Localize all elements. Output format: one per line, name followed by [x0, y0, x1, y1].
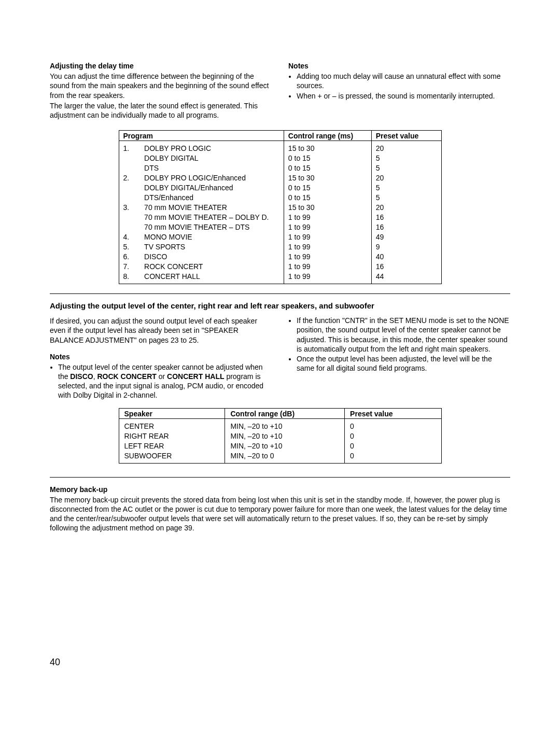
table-row: 2.DOLBY PRO LOGIC/Enhanced15 to 3020 [119, 173, 441, 183]
note-text-mid2: or [157, 372, 167, 381]
table-row: LEFT REARMIN, –20 to +100 [119, 441, 441, 451]
table-row: 70 mm MOVIE THEATER – DTS1 to 9916 [119, 222, 441, 232]
delay-right-col: Notes Adding too much delay will cause a… [288, 60, 510, 121]
table-row: DTS0 to 155 [119, 163, 441, 173]
table-row: DOLBY DIGITAL/Enhanced0 to 155 [119, 183, 441, 192]
cell-range: 0 to 15 [284, 192, 371, 202]
cell-range: 1 to 99 [284, 212, 371, 222]
table-row: RIGHT REARMIN, –20 to +100 [119, 431, 441, 441]
cell-preset: 40 [371, 251, 441, 261]
cell-range: 15 to 30 [284, 202, 371, 212]
cell-num [119, 163, 140, 173]
cell-preset: 20 [371, 141, 441, 153]
cell-program: DTS/Enhanced [140, 192, 284, 202]
output-para1: If desired, you can adjust the sound out… [50, 316, 272, 345]
table-row: DTS/Enhanced0 to 155 [119, 192, 441, 202]
cell-preset: 5 [371, 183, 441, 192]
cell-num [119, 212, 140, 222]
hdr-range: Control range (ms) [284, 131, 371, 141]
hdr-speaker-range: Control range (dB) [225, 408, 345, 418]
cell-num: 1. [119, 141, 140, 153]
notes-heading: Notes [288, 61, 510, 71]
cell-preset: 0 [345, 451, 441, 464]
output-note-left: The output level of the center speaker c… [58, 362, 272, 400]
cell-num: 5. [119, 242, 140, 251]
divider-2 [50, 477, 510, 478]
note-bold-rock: ROCK CONCERT [97, 372, 156, 381]
cell-program: MONO MOVIE [140, 232, 284, 242]
cell-range: 1 to 99 [284, 232, 371, 242]
cell-range: MIN, –20 to +10 [225, 418, 345, 431]
cell-range: MIN, –20 to +10 [225, 441, 345, 451]
cell-num: 7. [119, 261, 140, 271]
cell-range: 1 to 99 [284, 222, 371, 232]
output-notes-left: The output level of the center speaker c… [50, 362, 272, 400]
table-row: 1.DOLBY PRO LOGIC15 to 3020 [119, 141, 441, 153]
cell-program: 70 mm MOVIE THEATER – DTS [140, 222, 284, 232]
cell-program: DOLBY PRO LOGIC [140, 141, 284, 153]
page-number: 40 [50, 657, 60, 668]
hdr-program: Program [119, 131, 284, 141]
cell-program: ROCK CONCERT [140, 261, 284, 271]
cell-program: DISCO [140, 251, 284, 261]
table-row: 8.CONCERT HALL1 to 9944 [119, 271, 441, 284]
cell-speaker: RIGHT REAR [119, 431, 225, 441]
output-left-col: If desired, you can adjust the sound out… [50, 315, 272, 401]
cell-preset: 5 [371, 163, 441, 173]
note-bold-concert: CONCERT HALL [167, 372, 224, 381]
note-bold-disco: DISCO [70, 372, 93, 381]
cell-speaker: CENTER [119, 418, 225, 431]
cell-program: TV SPORTS [140, 242, 284, 251]
output-note-right-2: Once the output level has been adjusted,… [297, 354, 510, 373]
cell-program: DOLBY PRO LOGIC/Enhanced [140, 173, 284, 183]
table-row: 70 mm MOVIE THEATER – DOLBY D.1 to 9916 [119, 212, 441, 222]
cell-program: DOLBY DIGITAL/Enhanced [140, 183, 284, 192]
output-notes-right: If the function "CNTR" in the SET MENU m… [288, 316, 510, 373]
delay-table-header-row: Program Control range (ms) Preset value [119, 131, 441, 141]
memory-backup-body: The memory back-up circuit prevents the … [50, 495, 510, 533]
cell-preset: 20 [371, 173, 441, 183]
manual-page: Adjusting the delay time You can adjust … [0, 0, 560, 729]
cell-range: 0 to 15 [284, 163, 371, 173]
delay-time-section: Adjusting the delay time You can adjust … [50, 60, 510, 121]
delay-notes-list: Adding too much delay will cause an unna… [288, 72, 510, 101]
cell-range: 1 to 99 [284, 261, 371, 271]
table-row: 6.DISCO1 to 9940 [119, 251, 441, 261]
table-row: SUBWOOFERMIN, –20 to 00 [119, 451, 441, 464]
output-level-section: If desired, you can adjust the sound out… [50, 315, 510, 401]
delay-heading: Adjusting the delay time [50, 61, 272, 71]
cell-range: 1 to 99 [284, 271, 371, 284]
cell-num: 2. [119, 173, 140, 183]
delay-table: Program Control range (ms) Preset value … [119, 130, 442, 284]
cell-program: 70 mm MOVIE THEATER – DOLBY D. [140, 212, 284, 222]
table-row: 7.ROCK CONCERT1 to 9916 [119, 261, 441, 271]
table-row: 5.TV SPORTS1 to 999 [119, 242, 441, 251]
cell-range: MIN, –20 to 0 [225, 451, 345, 464]
cell-program: 70 mm MOVIE THEATER [140, 202, 284, 212]
cell-range: 15 to 30 [284, 141, 371, 153]
cell-preset: 0 [345, 431, 441, 441]
hdr-speaker: Speaker [119, 408, 225, 418]
cell-preset: 9 [371, 242, 441, 251]
table-row: DOLBY DIGITAL0 to 155 [119, 153, 441, 163]
cell-preset: 16 [371, 261, 441, 271]
hdr-speaker-preset: Preset value [345, 408, 441, 418]
cell-num: 6. [119, 251, 140, 261]
delay-note-1: Adding too much delay will cause an unna… [297, 72, 510, 90]
cell-program: CONCERT HALL [140, 271, 284, 284]
cell-range: 15 to 30 [284, 173, 371, 183]
cell-preset: 16 [371, 212, 441, 222]
memory-backup-heading: Memory back-up [50, 485, 510, 494]
cell-num [119, 192, 140, 202]
cell-program: DOLBY DIGITAL [140, 153, 284, 163]
delay-note-2: When + or – is pressed, the sound is mom… [297, 91, 510, 101]
delay-left-col: Adjusting the delay time You can adjust … [50, 60, 272, 121]
output-notes-hdr: Notes [50, 352, 272, 361]
table-row: 4.MONO MOVIE1 to 9949 [119, 232, 441, 242]
cell-num: 4. [119, 232, 140, 242]
divider-1 [50, 293, 510, 294]
cell-preset: 5 [371, 192, 441, 202]
delay-para1: You can adjust the time difference betwe… [50, 72, 272, 100]
cell-num: 3. [119, 202, 140, 212]
speaker-table-header-row: Speaker Control range (dB) Preset value [119, 408, 441, 418]
